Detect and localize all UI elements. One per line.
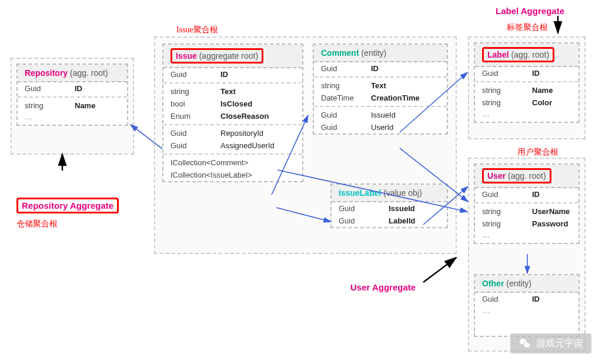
other-title-suffix: (entity) [504,279,531,288]
repository-title-suffix: (agg. root) [68,68,108,78]
issue-title: Issue (aggregate root) [163,45,302,68]
annot-user-aggregate-en: User Aggregate [350,282,416,292]
annot-issue-root-cn: Issue聚合根 [176,25,218,35]
annot-repo-aggregate-en: Repository Aggregate [16,198,119,213]
comment-entity: Comment (entity) GuidID stringText DateT… [313,44,448,135]
issuelabel-title-name: IssueLabel [339,188,381,198]
issuelabel-entity: IssueLabel (value obj) GuidIssueId GuidL… [330,183,448,228]
user-title-suffix: (agg. root) [506,171,546,181]
user-title-name: User [487,171,506,181]
label-title-suffix: (agg. root) [509,50,549,59]
label-entity: Label (agg. root) GuidID stringName stri… [474,42,580,123]
issue-title-name: Issue [176,51,197,61]
annot-label-aggregate-en: Label Aggregate [496,6,564,16]
other-title-name: Other [482,279,504,288]
other-entity: Other (entity) GuidID … [474,274,580,337]
issuelabel-title: IssueLabel (value obj) [332,185,447,202]
watermark: 游戏元宇宙 [510,333,591,353]
comment-title-name: Comment [321,48,359,58]
comment-title-suffix: (entity) [359,48,387,58]
issuelabel-title-suffix: (value obj) [381,188,422,198]
comment-title: Comment (entity) [314,45,447,62]
issue-entity: Issue (aggregate root) GuidID stringText… [162,44,303,182]
annot-repo-root-cn: 仓储聚合根 [16,219,58,229]
user-entity: User (agg. root) GuidID stringUserName s… [474,163,580,244]
label-title-name: Label [487,50,509,59]
other-title: Other (entity) [475,275,578,293]
chat-icon [519,337,531,350]
watermark-text: 游戏元宇宙 [536,338,583,350]
label-title: Label (agg. root) [475,44,578,67]
user-title: User (agg. root) [475,165,578,188]
annot-user-root-cn: 用户聚合根 [517,147,558,158]
issue-title-suffix: (aggregate root) [197,51,258,61]
repository-title-name: Repository [25,68,68,78]
repository-title: Repository (agg. root) [18,65,127,82]
annot-label-root-cn: 标签聚合根 [507,22,548,33]
repository-entity: Repository (agg. root) GuidID stringName… [16,64,128,126]
